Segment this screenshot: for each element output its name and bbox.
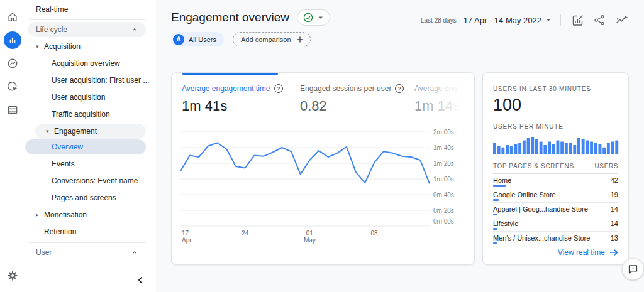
metric-value: 1m 14s (414, 98, 484, 114)
segment-chip-all-users[interactable]: A All Users (171, 32, 224, 46)
advertising-icon[interactable] (4, 78, 21, 95)
app-navigation-rail (0, 0, 25, 292)
sidebar-item-user-acquisition[interactable]: User acquisition (25, 89, 156, 105)
collapse-nav-button[interactable] (133, 273, 147, 287)
x-axis-label: 17 (182, 230, 189, 237)
page-users-value: 19 (611, 191, 618, 198)
metric-engaged-sessions-per-user[interactable]: Engaged sessions per user? 0.82 (300, 84, 414, 114)
report-status-dropdown[interactable] (297, 9, 330, 26)
minute-bar (602, 148, 606, 154)
help-icon[interactable]: ? (274, 84, 283, 93)
users-column-header: USERS (595, 163, 618, 170)
x-axis-label: May (304, 237, 316, 244)
table-row: Home42 (493, 174, 618, 188)
feedback-button[interactable] (622, 258, 644, 280)
minute-bar (493, 143, 496, 154)
page-title: Apparel | Goog...handise Store (493, 205, 588, 213)
page-title: Lifestyle (493, 220, 518, 227)
date-range-picker[interactable]: 17 Apr - 14 May 2022 (464, 16, 552, 25)
users-30min-value: 100 (493, 95, 618, 115)
sidebar-section-user[interactable]: User (25, 245, 146, 260)
chevron-left-icon (136, 276, 145, 284)
sidebar-item-monetisation[interactable]: ▸Monetisation (25, 207, 156, 224)
realtime-card: USERS IN LAST 30 MINUTES 100 USERS PER M… (482, 72, 629, 265)
page-users-bar (493, 199, 499, 201)
page-users-value: 42 (611, 176, 618, 184)
sidebar-item-acquisition[interactable]: ▾Acquisition (25, 38, 156, 55)
sidebar-item-real-time[interactable]: Real-time (25, 1, 156, 18)
help-icon[interactable]: ? (395, 84, 404, 93)
minute-bar (560, 141, 564, 154)
view-real-time-label: View real time (558, 248, 605, 257)
minute-bar (577, 138, 580, 154)
date-preset-label: Last 28 days (421, 17, 457, 24)
metric-average-engagement-time[interactable]: Average engagement time? 1m 41s (182, 84, 300, 114)
minute-bar (565, 143, 568, 154)
top-pages-header: TOP PAGES & SCREENS (493, 163, 574, 170)
sidebar-item-overview[interactable]: Overview (25, 139, 146, 154)
minute-bar (497, 146, 501, 154)
table-row: Google Online Store19 (493, 188, 618, 203)
minute-bar (518, 143, 521, 154)
metric-average-engagement-faded[interactable]: Average engag 1m 14s (414, 84, 484, 114)
home-icon[interactable] (4, 8, 21, 26)
users-per-minute-chart (493, 136, 619, 154)
y-axis-label: 1m 20s (433, 160, 454, 167)
page-users-value: 14 (611, 205, 618, 213)
sidebar-item-retention[interactable]: Retention (25, 224, 156, 241)
nav-item-label: Engagement (54, 127, 97, 136)
sidebar-item-conversions-event-name[interactable]: Conversions: Event name (25, 173, 156, 190)
plus-icon (296, 36, 304, 43)
share-icon[interactable] (592, 13, 607, 28)
add-comparison-label: Add comparison (241, 36, 291, 43)
insights-icon[interactable] (614, 13, 629, 28)
explore-icon[interactable] (4, 55, 21, 72)
minute-bar (535, 139, 538, 154)
y-axis-label: 0m 40s (433, 192, 454, 198)
library-icon[interactable] (4, 101, 21, 119)
page-users-bar (493, 228, 497, 230)
minute-bar (586, 141, 589, 154)
sidebar-section-life-cycle[interactable]: Life cycle (28, 22, 146, 37)
minute-bar (594, 143, 597, 154)
add-comparison-button[interactable]: Add comparison (233, 32, 311, 46)
minute-bar (527, 138, 530, 154)
view-real-time-link[interactable]: View real time (558, 248, 618, 257)
minute-bar (607, 143, 610, 154)
caret-down-icon (318, 14, 324, 21)
minute-bar (523, 141, 526, 154)
sidebar-item-engagement[interactable]: ▾Engagement (35, 124, 146, 139)
minute-bar (557, 141, 560, 154)
reports-icon[interactable] (4, 31, 21, 49)
engagement-overview-card: Average engagement time? 1m 41s Engaged … (171, 72, 475, 265)
y-axis-label: 0m 00s (433, 218, 454, 225)
divider (29, 242, 146, 243)
customize-report-icon[interactable] (570, 13, 585, 28)
metric-value: 1m 41s (182, 98, 300, 114)
page-users-bar (493, 185, 506, 187)
nav-item-label: Retention (44, 227, 76, 236)
sidebar-item-traffic-acquisition[interactable]: Traffic acquisition (25, 105, 156, 122)
minute-bar (582, 139, 585, 154)
chevron-up-icon (131, 249, 138, 256)
minute-bar (611, 141, 614, 154)
divider (29, 19, 146, 20)
page-users-value: 14 (611, 220, 618, 227)
triangle-right-icon: ▸ (36, 212, 44, 218)
sidebar-item-user-acquisition-first-user[interactable]: User acquisition: First user ... (25, 72, 156, 89)
admin-gear-icon[interactable] (4, 267, 21, 284)
y-axis-label: 1m 40s (433, 144, 454, 151)
arrow-right-icon (609, 249, 618, 256)
nav-item-label: Monetisation (44, 210, 87, 219)
feedback-icon (628, 264, 638, 274)
x-axis-label: 24 (242, 230, 249, 237)
minute-bar (510, 146, 513, 154)
sidebar-item-pages-and-screens[interactable]: Pages and screens (25, 190, 156, 207)
nav-item-label: Acquisition (44, 42, 80, 51)
minute-bar (531, 137, 534, 154)
page-title: Men's / Unisex...chandise Store (493, 234, 590, 242)
table-row: Apparel | Goog...handise Store14 (493, 203, 618, 217)
sidebar-item-events[interactable]: Events (25, 156, 156, 173)
minute-bar (501, 148, 504, 154)
sidebar-item-acquisition-overview[interactable]: Acquisition overview (25, 55, 156, 72)
